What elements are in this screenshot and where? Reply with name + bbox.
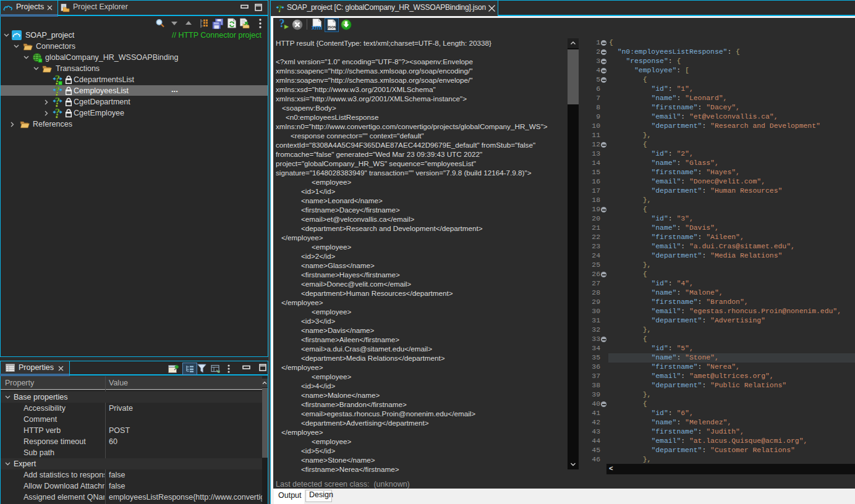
svg-text:?: ? [55, 86, 60, 95]
svg-text:JSON: JSON [327, 25, 336, 29]
svg-text:?: ? [55, 108, 60, 117]
svg-text:?: ? [279, 19, 285, 30]
svg-text:?: ? [55, 97, 60, 106]
svg-text:xml: xml [312, 24, 322, 30]
svg-text:?: ? [278, 4, 283, 12]
